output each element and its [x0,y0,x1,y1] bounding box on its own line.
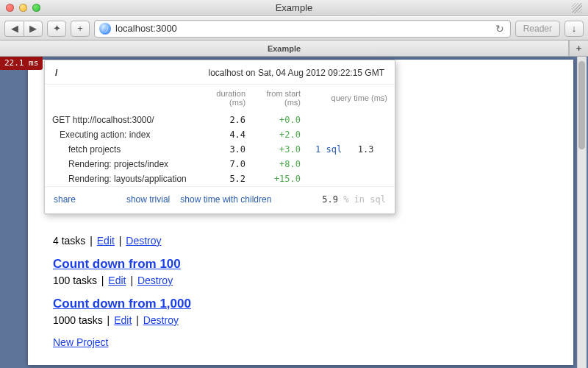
profiler-row: Rendering: projects/index 7.0 +8.0 [45,157,395,171]
window-controls [6,4,40,12]
destroy-link[interactable]: Destroy [143,314,179,326]
separator: | [136,314,142,326]
step-duration: 4.4 [199,127,253,142]
vertical-scrollbar[interactable] [577,57,587,368]
address-bar[interactable]: localhost:3000 ↻ [94,20,511,38]
project-tasks-count: 4 tasks [53,235,85,247]
show-trivial-link[interactable]: show trivial [126,194,170,205]
sql-percent: 5.9 % in sql [322,194,386,205]
plus-icon: + [576,43,582,54]
close-icon[interactable] [6,4,14,12]
col-duration: duration (ms) [199,85,253,113]
reader-button[interactable]: Reader [515,21,560,37]
separator: | [90,235,96,247]
globe-icon [99,23,111,35]
chevron-left-icon: ◀ [11,23,18,34]
separator: | [130,275,136,286]
project-link[interactable]: Count down from 100 [53,257,181,271]
share-link[interactable]: share [54,194,76,205]
destroy-link[interactable]: Destroy [126,235,161,247]
profiler-badge[interactable]: 22.1 ms [0,57,43,70]
refresh-button[interactable]: ↻ [494,23,506,35]
col-query-time: query time (ms) [308,85,395,113]
step-label: fetch projects [52,144,121,155]
step-duration: 7.0 [199,157,253,171]
separator: | [107,314,113,326]
profiler-row: GET http://localhost:3000/ 2.6 +0.0 [45,113,395,127]
new-tab-button[interactable]: + [569,40,588,56]
window-titlebar: Example [0,0,588,16]
bookmarks-button[interactable]: ✦ [47,21,66,37]
profiler-table: duration (ms) from start (ms) query time… [45,85,395,186]
show-children-link[interactable]: show time with children [180,194,271,205]
step-from-start: +2.0 [253,127,308,142]
step-label: Rendering: projects/index [52,159,168,169]
tab-strip: Example + [0,40,588,57]
profiler-footer: share show trivial show time with childr… [45,186,395,213]
project-row: 4 tasks | Edit | Destroy [53,235,553,247]
step-label: Rendering: layouts/application [52,174,187,184]
forward-button[interactable]: ▶ [24,21,43,37]
separator: | [119,235,125,247]
profiler-row: fetch projects 3.0 +3.0 1 sql 1.3 [45,142,395,157]
step-query-time: 1.3 [358,144,374,155]
project-row: 1000 tasks | Edit | Destroy [53,314,553,326]
new-project-link[interactable]: New Project [53,336,108,348]
profiler-row: Rendering: layouts/application 5.2 +15.0 [45,171,395,186]
project-link[interactable]: Count down from 1,000 [53,297,191,311]
project-tasks-count: 1000 tasks [53,314,103,326]
edit-link[interactable]: Edit [114,314,132,326]
profiler-row: Executing action: index 4.4 +2.0 [45,127,395,142]
profiler-path: / [55,68,57,78]
col-from-start: from start (ms) [253,85,308,113]
step-duration: 2.6 [199,113,253,127]
window-title: Example [0,2,588,13]
downloads-button[interactable]: ↓ [564,21,584,37]
browser-toolbar: ◀ ▶ ✦ + localhost:3000 ↻ Reader ↓ [0,16,588,40]
project-row: 100 tasks | Edit | Destroy [53,275,553,286]
destroy-link[interactable]: Destroy [137,275,173,286]
minimize-icon[interactable] [19,4,27,12]
add-bookmark-button[interactable]: + [71,21,90,37]
edit-link[interactable]: Edit [108,275,126,286]
zoom-icon[interactable] [32,4,40,12]
col-label [45,85,199,113]
resize-handle-icon[interactable] [572,3,582,13]
back-button[interactable]: ◀ [4,21,24,37]
step-label: Executing action: index [52,130,150,140]
nav-buttons: ◀ ▶ [4,21,43,37]
bookmarks-icon: ✦ [53,23,61,34]
download-icon: ↓ [572,23,577,34]
reader-label: Reader [523,24,552,34]
sql-percent-label: % in sql [338,194,386,205]
sql-link[interactable]: 1 sql [315,144,342,155]
step-from-start: +15.0 [253,171,308,186]
step-from-start: +8.0 [253,157,308,171]
step-from-start: +3.0 [253,142,308,157]
plus-icon: + [77,23,83,34]
profiler-header: / localhost on Sat, 04 Aug 2012 09:22:15… [45,60,395,85]
step-from-start: +0.0 [253,113,308,127]
scrollbar-thumb[interactable] [578,61,585,149]
url-text: localhost:3000 [115,23,490,34]
sql-percent-value: 5.9 [322,194,338,205]
step-label: GET http://localhost:3000/ [52,115,154,125]
project-tasks-count: 100 tasks [53,275,97,286]
profiler-server: localhost on Sat, 04 Aug 2012 09:22:15 G… [209,68,385,78]
profiler-popup: / localhost on Sat, 04 Aug 2012 09:22:15… [44,60,395,214]
tab-example[interactable]: Example [0,40,569,56]
separator: | [101,275,107,286]
browser-viewport: Learn Karate 4 tasks | Edit | Destroy Co… [0,57,588,368]
step-duration: 3.0 [199,142,253,157]
step-duration: 5.2 [199,171,253,186]
tab-label: Example [268,44,301,53]
chevron-right-icon: ▶ [29,23,37,34]
edit-link[interactable]: Edit [97,235,115,247]
